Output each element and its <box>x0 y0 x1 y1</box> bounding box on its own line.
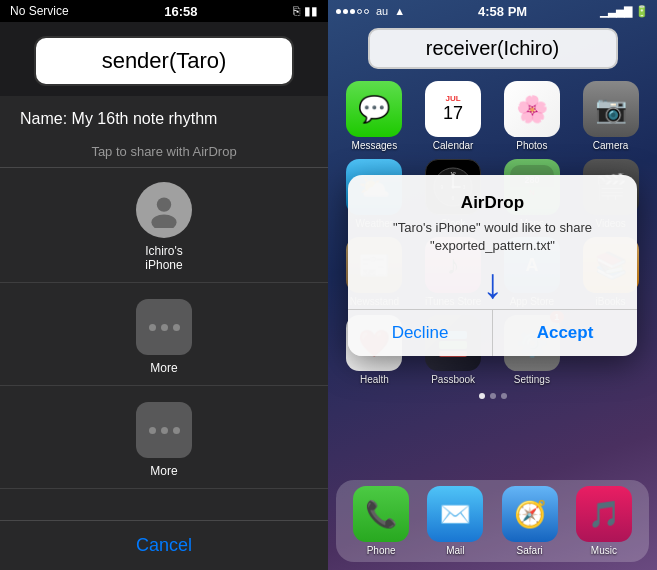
receiver-label: receiver(Ichiro) <box>368 28 618 69</box>
app-messages[interactable]: 💬 Messages <box>338 81 411 151</box>
right-panel: au ▲ 4:58 PM ▁▃▅▇ 🔋 receiver(Ichiro) 💬 M… <box>328 0 657 570</box>
app-label: Safari <box>517 545 543 556</box>
app-icon-img: 🎵 <box>576 486 632 542</box>
app-icon-img: 📷 <box>583 81 639 137</box>
dot <box>173 427 180 434</box>
dock-safari[interactable]: 🧭 Safari <box>502 486 558 556</box>
page-dot-1 <box>479 393 485 399</box>
app-icon-img: 💬 <box>346 81 402 137</box>
sender-label: sender(Taro) <box>34 36 294 86</box>
app-icon-img: 🌸 <box>504 81 560 137</box>
app-label: Photos <box>516 140 547 151</box>
app-label: Settings <box>514 374 550 385</box>
status-time: 16:58 <box>164 4 197 19</box>
left-inner: Name: My 16th note rhythm Tap to share w… <box>0 96 328 489</box>
dot <box>161 324 168 331</box>
svg-point-0 <box>157 197 171 211</box>
signal-dot <box>350 9 355 14</box>
carrier-text: No Service <box>10 4 69 18</box>
more-dots-1 <box>136 299 192 355</box>
dot <box>173 324 180 331</box>
signal-dot <box>336 9 341 14</box>
app-grid-row1: 💬 Messages JUL 17 Calendar 🌸 Photos 📷 Ca… <box>328 77 657 155</box>
more-label-2: More <box>150 464 177 478</box>
left-content-area: Name: My 16th note rhythm Tap to share w… <box>0 96 328 520</box>
page-dot-3 <box>501 393 507 399</box>
dot <box>149 427 156 434</box>
app-label: Passbook <box>431 374 475 385</box>
airdrop-contact-item[interactable]: Ichiro'siPhone <box>0 168 328 283</box>
accept-button[interactable]: Accept <box>493 310 637 356</box>
status-icons: ⎘ ▮▮ <box>293 4 318 18</box>
status-left: au ▲ <box>336 5 405 17</box>
status-time: 4:58 PM <box>478 4 527 19</box>
app-icon-img: 🧭 <box>502 486 558 542</box>
signal-icon <box>336 9 369 14</box>
more-item-2[interactable]: More <box>0 386 328 489</box>
battery-icon: ▮▮ <box>304 4 318 18</box>
carrier-name: au <box>376 5 388 17</box>
app-label: Health <box>360 374 389 385</box>
airdrop-dialog: AirDrop "Taro's iPhone" would like to sh… <box>348 175 637 356</box>
dialog-arrow-icon: ↓ <box>364 263 621 305</box>
page-indicator <box>328 389 657 403</box>
signal-strength-icon: ▁▃▅▇ <box>600 5 632 18</box>
app-label: Messages <box>352 140 398 151</box>
app-dock: 📞 Phone ✉️ Mail 🧭 Safari 🎵 Music <box>336 480 649 562</box>
app-label: Camera <box>593 140 629 151</box>
app-icon-img: ✉️ <box>427 486 483 542</box>
app-photos[interactable]: 🌸 Photos <box>496 81 569 151</box>
dot <box>149 324 156 331</box>
dock-mail[interactable]: ✉️ Mail <box>427 486 483 556</box>
cancel-button[interactable]: Cancel <box>0 520 328 570</box>
avatar <box>136 182 192 238</box>
wifi-icon: ▲ <box>394 5 405 17</box>
dialog-message: "Taro's iPhone" would like to share"expo… <box>364 219 621 255</box>
app-label: Mail <box>446 545 464 556</box>
contact-name: Ichiro'siPhone <box>145 244 183 272</box>
app-icon-img: 📞 <box>353 486 409 542</box>
left-panel: No Service 16:58 ⎘ ▮▮ sender(Taro) Name:… <box>0 0 328 570</box>
app-calendar[interactable]: JUL 17 Calendar <box>417 81 490 151</box>
app-label: Phone <box>367 545 396 556</box>
decline-button[interactable]: Decline <box>348 310 493 356</box>
left-status-bar: No Service 16:58 ⎘ ▮▮ <box>0 0 328 22</box>
more-item-1[interactable]: More <box>0 283 328 386</box>
file-name-value: My 16th note rhythm <box>72 110 218 127</box>
dock-music[interactable]: 🎵 Music <box>576 486 632 556</box>
page-dot-2 <box>490 393 496 399</box>
bluetooth-icon: ⎘ <box>293 4 300 18</box>
battery-icon: 🔋 <box>635 5 649 18</box>
dot <box>161 427 168 434</box>
more-dots-2 <box>136 402 192 458</box>
dialog-buttons: Decline Accept <box>348 309 637 356</box>
dialog-title: AirDrop <box>364 193 621 213</box>
app-label: Music <box>591 545 617 556</box>
signal-dot <box>343 9 348 14</box>
svg-point-1 <box>151 215 176 229</box>
app-camera[interactable]: 📷 Camera <box>574 81 647 151</box>
app-icon-img: JUL 17 <box>425 81 481 137</box>
signal-dot-empty <box>357 9 362 14</box>
signal-dot-empty <box>364 9 369 14</box>
app-label: Calendar <box>433 140 474 151</box>
status-right: ▁▃▅▇ 🔋 <box>600 5 649 18</box>
right-status-bar: au ▲ 4:58 PM ▁▃▅▇ 🔋 <box>328 0 657 22</box>
name-prefix-label: Name: <box>20 110 67 127</box>
person-icon <box>146 192 182 228</box>
dock-phone[interactable]: 📞 Phone <box>353 486 409 556</box>
file-name-row: Name: My 16th note rhythm <box>0 96 328 134</box>
airdrop-hint: Tap to share with AirDrop <box>0 134 328 168</box>
more-label-1: More <box>150 361 177 375</box>
